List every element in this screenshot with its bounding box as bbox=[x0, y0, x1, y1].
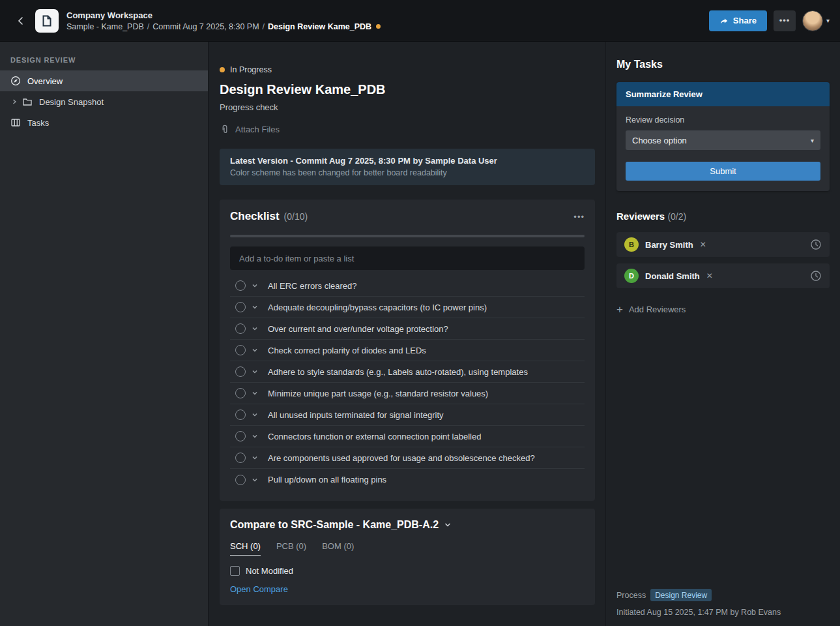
tab-sch[interactable]: SCH (0) bbox=[230, 541, 261, 556]
chevron-down-icon[interactable] bbox=[252, 304, 258, 310]
reviewers-count: (0/2) bbox=[667, 211, 686, 222]
checklist-menu-button[interactable]: ••• bbox=[573, 212, 585, 222]
top-bar: Company Workspace Sample - Kame_PDB / Co… bbox=[0, 0, 840, 42]
checkbox-circle-icon[interactable] bbox=[235, 453, 246, 463]
checklist-item-label: All unused inputs terminated for signal … bbox=[268, 410, 444, 420]
chevron-down-icon[interactable] bbox=[252, 325, 258, 332]
process-badge[interactable]: Design Review bbox=[650, 589, 712, 601]
pending-clock-icon bbox=[810, 239, 822, 250]
checklist-item-label: Are components used approved for usage a… bbox=[268, 453, 535, 463]
reviewer-name: Donald Smith bbox=[645, 271, 700, 281]
initiated-text: Initiated Aug 15 2025, 1:47 PM by Rob Ev… bbox=[616, 608, 830, 617]
reviewer-row: D Donald Smith ✕ bbox=[616, 263, 830, 288]
select-value: Choose option bbox=[632, 136, 687, 145]
breadcrumb-item[interactable]: Commit Aug 7 2025, 8:30 PM bbox=[152, 22, 259, 31]
pending-clock-icon bbox=[810, 270, 822, 282]
remove-reviewer-icon[interactable]: ✕ bbox=[706, 271, 713, 280]
checkbox-circle-icon[interactable] bbox=[235, 345, 246, 355]
chevron-down-icon[interactable] bbox=[252, 347, 258, 353]
review-decision-label: Review decision bbox=[626, 115, 820, 125]
checklist-card: Checklist (0/10) ••• All ERC errors clea… bbox=[220, 200, 595, 501]
logo-mark-icon bbox=[40, 14, 54, 28]
breadcrumb-separator: / bbox=[263, 22, 265, 31]
checkbox-circle-icon[interactable] bbox=[235, 323, 246, 334]
status-label: In Progress bbox=[230, 65, 272, 74]
sidebar-item-overview[interactable]: Overview bbox=[0, 70, 208, 91]
user-menu[interactable]: ▾ bbox=[802, 10, 830, 31]
add-reviewers-label: Add Reviewers bbox=[629, 305, 686, 314]
compare-title-row[interactable]: Compare to SRC-Sample - Kame_PDB-A.2 bbox=[230, 519, 585, 531]
share-button[interactable]: Share bbox=[709, 10, 767, 31]
status-badge: In Progress bbox=[220, 65, 595, 74]
checklist-items: All ERC errors cleared? Adequate decoupl… bbox=[230, 275, 585, 490]
latest-version-banner[interactable]: Latest Version - Commit Aug 7 2025, 8:30… bbox=[220, 149, 595, 185]
open-compare-link[interactable]: Open Compare bbox=[230, 584, 288, 594]
paperclip-icon bbox=[220, 124, 230, 134]
breadcrumb-item-current[interactable]: Design Review Kame_PDB bbox=[268, 22, 371, 31]
chevron-down-icon[interactable] bbox=[252, 477, 258, 483]
version-title: Latest Version - Commit Aug 7 2025, 8:30… bbox=[230, 156, 585, 166]
ellipsis-icon: ••• bbox=[779, 16, 790, 25]
checklist-add-input[interactable] bbox=[230, 246, 585, 270]
page-title: Design Review Kame_PDB bbox=[220, 82, 595, 97]
tab-pcb[interactable]: PCB (0) bbox=[276, 541, 306, 556]
page-subtitle: Progress check bbox=[220, 102, 595, 112]
breadcrumb: Sample - Kame_PDB / Commit Aug 7 2025, 8… bbox=[66, 22, 381, 31]
back-button[interactable] bbox=[10, 10, 31, 31]
checklist-item-label: Pull up/down on all floating pins bbox=[268, 475, 386, 484]
compare-tabs: SCH (0) PCB (0) BOM (0) bbox=[230, 541, 585, 556]
share-icon bbox=[719, 16, 729, 25]
checkbox-circle-icon[interactable] bbox=[235, 431, 246, 441]
sidebar-item-design-snapshot[interactable]: Design Snapshot bbox=[0, 91, 208, 112]
reviewer-name: Barry Smith bbox=[645, 240, 693, 250]
checkbox-circle-icon[interactable] bbox=[235, 388, 246, 398]
compare-title: Compare to SRC-Sample - Kame_PDB-A.2 bbox=[230, 519, 439, 531]
checklist-progress-bar bbox=[230, 235, 585, 237]
checklist-item-label: Adequate decoupling/bypass capacitors (t… bbox=[268, 303, 487, 312]
attach-files-button[interactable]: Attach Files bbox=[220, 124, 595, 134]
checklist-item: Adhere to style standards (e.g., Labels … bbox=[230, 361, 585, 383]
plus-icon: + bbox=[616, 304, 623, 315]
checklist-item: Adequate decoupling/bypass capacitors (t… bbox=[230, 297, 585, 318]
checkbox-circle-icon[interactable] bbox=[235, 410, 246, 420]
checkbox-circle-icon[interactable] bbox=[235, 280, 246, 291]
breadcrumb-separator: / bbox=[147, 22, 149, 31]
tab-bom[interactable]: BOM (0) bbox=[322, 541, 354, 556]
task-card-header: Summarize Review bbox=[616, 82, 830, 106]
panel-footer: Process Design Review Initiated Aug 15 2… bbox=[616, 589, 830, 617]
add-reviewers-button[interactable]: + Add Reviewers bbox=[616, 304, 830, 315]
checklist-item: Check correct polarity of diodes and LED… bbox=[230, 340, 585, 361]
process-label: Process bbox=[616, 591, 646, 600]
expand-chevron-icon[interactable] bbox=[10, 98, 18, 105]
chevron-down-icon[interactable] bbox=[252, 282, 258, 289]
chevron-down-icon[interactable] bbox=[252, 433, 258, 440]
summarize-review-card: Summarize Review Review decision Choose … bbox=[616, 82, 830, 191]
share-button-label: Share bbox=[733, 16, 757, 25]
reviewers-title: Reviewers bbox=[616, 211, 665, 222]
chevron-down-icon[interactable] bbox=[252, 390, 258, 396]
not-modified-checkbox[interactable] bbox=[230, 566, 240, 576]
app-logo[interactable] bbox=[35, 9, 59, 33]
workspace-title: Company Workspace bbox=[66, 10, 381, 20]
sidebar-section-title: DESIGN REVIEW bbox=[0, 51, 208, 70]
chevron-down-icon[interactable] bbox=[252, 411, 258, 418]
kanban-board-icon bbox=[10, 117, 21, 128]
submit-button[interactable]: Submit bbox=[626, 162, 820, 181]
more-options-button[interactable]: ••• bbox=[774, 10, 796, 31]
remove-reviewer-icon[interactable]: ✕ bbox=[700, 240, 706, 249]
sidebar-item-label: Tasks bbox=[27, 118, 49, 128]
sidebar-item-tasks[interactable]: Tasks bbox=[0, 112, 208, 133]
breadcrumb-item[interactable]: Sample - Kame_PDB bbox=[66, 22, 144, 31]
checklist-item: Over current and over/under voltage prot… bbox=[230, 318, 585, 340]
review-decision-select[interactable]: Choose option ▾ bbox=[626, 130, 820, 150]
checkbox-circle-icon[interactable] bbox=[235, 366, 246, 377]
reviewers-heading: Reviewers (0/2) bbox=[616, 211, 830, 222]
reviewer-avatar: B bbox=[624, 237, 639, 252]
main-content: In Progress Design Review Kame_PDB Progr… bbox=[209, 42, 605, 626]
chevron-down-icon[interactable] bbox=[252, 368, 258, 375]
checkbox-circle-icon[interactable] bbox=[235, 475, 246, 485]
checkbox-circle-icon[interactable] bbox=[235, 302, 246, 312]
chevron-down-icon[interactable] bbox=[252, 455, 258, 461]
user-avatar bbox=[802, 10, 823, 31]
checklist-item-label: Check correct polarity of diodes and LED… bbox=[268, 346, 426, 355]
